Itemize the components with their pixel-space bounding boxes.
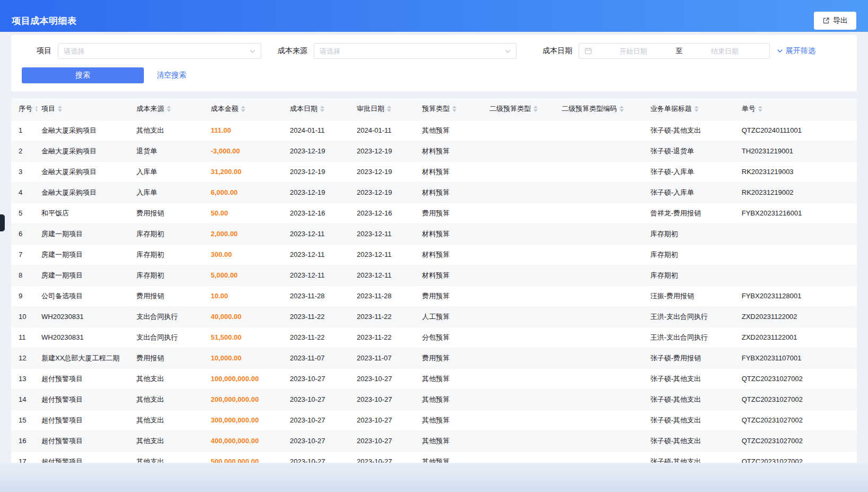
table-row[interactable]: 6房建一期项目库存期初2,000.002023-12-112023-12-11材…	[11, 223, 857, 244]
cell-approval_date: 2023-10-27	[353, 430, 418, 451]
column-label-source: 成本来源	[136, 104, 164, 114]
cell-project: 超付预警项目	[37, 410, 132, 430]
table-row[interactable]: 17超付预警项目其他支出500,000,000.002023-10-272023…	[11, 451, 857, 463]
cell-doc_no: FYBX20231107001	[737, 348, 857, 368]
cell-approval_date: 2023-10-27	[353, 389, 418, 410]
cell-sub_budget_type	[485, 141, 557, 161]
cell-doc_title: 王洪-支出合同执行	[646, 306, 737, 327]
column-header-approval_date[interactable]: 审批日期	[353, 98, 418, 120]
sort-icon[interactable]	[387, 106, 391, 112]
cell-cost_date: 2023-12-11	[286, 244, 353, 265]
search-button[interactable]: 搜索	[22, 67, 144, 83]
table-row[interactable]: 15超付预警项目其他支出300,000,000.002023-10-272023…	[11, 410, 857, 430]
start-date-input[interactable]	[594, 44, 673, 58]
cell-sub_budget_code	[557, 161, 646, 182]
cell-sub_budget_type	[485, 182, 557, 203]
column-header-cost_date[interactable]: 成本日期	[286, 98, 353, 120]
cell-source: 库存期初	[132, 244, 207, 265]
cell-budget_type: 人工预算	[418, 306, 485, 327]
table-row[interactable]: 14超付预警项目其他支出200,000,000.002023-10-272023…	[11, 389, 857, 410]
cell-sub_budget_type	[485, 161, 557, 182]
cell-doc_no	[737, 244, 857, 265]
column-header-no[interactable]: 序号	[11, 98, 37, 120]
sort-icon[interactable]	[534, 106, 538, 112]
table-row[interactable]: 4金融大厦采购项目入库单6,000.002023-12-192023-12-19…	[11, 182, 857, 203]
cell-amount: -3,000.00	[207, 141, 286, 161]
column-header-budget_type[interactable]: 预算类型	[418, 98, 485, 120]
sort-icon[interactable]	[620, 106, 624, 112]
column-header-amount[interactable]: 成本金额	[207, 98, 286, 120]
column-header-doc_no[interactable]: 单号	[737, 98, 857, 120]
table-row[interactable]: 2金融大厦采购项目退货单-3,000.002023-12-192023-12-1…	[11, 141, 857, 161]
expand-filter-label: 展开筛选	[786, 46, 815, 56]
cell-amount: 300,000,000.00	[207, 410, 286, 430]
project-select[interactable]	[58, 43, 261, 59]
cell-doc_no: QTZC20231027002	[737, 410, 857, 430]
cell-project: 金融大厦采购项目	[37, 161, 132, 182]
sort-icon[interactable]	[58, 106, 62, 112]
table-row[interactable]: 13超付预警项目其他支出100,000,000.002023-10-272023…	[11, 368, 857, 389]
sort-icon[interactable]	[241, 106, 245, 112]
cost-date-range-picker[interactable]: 至	[579, 43, 770, 59]
table-row[interactable]: 12新建XX总部大厦工程二期费用报销10,000.002023-11-07202…	[11, 348, 857, 368]
table-row[interactable]: 11WH20230831支出合同执行51,500.002023-11-22202…	[11, 327, 857, 348]
table-row[interactable]: 1金融大厦采购项目其他支出111.002024-01-112024-01-11其…	[11, 120, 857, 141]
cell-no: 14	[11, 389, 37, 410]
cell-doc_no: RK20231219003	[737, 161, 857, 182]
cost-source-select[interactable]	[314, 43, 517, 59]
expand-filter-link[interactable]: 展开筛选	[777, 46, 815, 56]
sort-icon[interactable]	[758, 106, 762, 112]
cell-budget_type: 其他预算	[418, 410, 485, 430]
sort-icon[interactable]	[694, 106, 699, 112]
side-drawer-handle[interactable]	[0, 214, 5, 231]
cell-doc_title: 库存期初	[646, 223, 737, 244]
cell-approval_date: 2024-01-11	[353, 120, 418, 141]
column-header-sub_budget_type[interactable]: 二级预算类型	[485, 98, 557, 120]
table-row[interactable]: 5和平饭店费用报销50.002023-12-162023-12-16费用预算曾祥…	[11, 203, 857, 223]
cell-doc_title: 张子硕-费用报销	[646, 348, 737, 368]
column-header-source[interactable]: 成本来源	[132, 98, 207, 120]
sort-icon[interactable]	[167, 106, 171, 112]
column-header-sub_budget_code[interactable]: 二级预算类型编码	[557, 98, 646, 120]
cell-budget_type: 费用预算	[418, 286, 485, 306]
cell-sub_budget_code	[557, 327, 646, 348]
cell-source: 其他支出	[132, 120, 207, 141]
end-date-input[interactable]	[686, 44, 764, 58]
column-header-project[interactable]: 项目	[37, 98, 132, 120]
cell-source: 库存期初	[132, 265, 207, 286]
cell-no: 13	[11, 368, 37, 389]
cell-amount: 6,000.00	[207, 182, 286, 203]
cell-budget_type: 费用预算	[418, 348, 485, 368]
column-header-doc_title[interactable]: 业务单据标题	[646, 98, 737, 120]
filter-actions-row: 搜索 清空搜索	[22, 67, 846, 83]
clear-search-link[interactable]: 清空搜索	[157, 71, 186, 80]
cell-no: 16	[11, 430, 37, 451]
export-icon	[822, 17, 830, 24]
cell-doc_no: QTZC20231027002	[737, 368, 857, 389]
sort-icon[interactable]	[452, 106, 457, 112]
cell-doc_no: QTZC20231027002	[737, 430, 857, 451]
cell-sub_budget_code	[557, 286, 646, 306]
table-row[interactable]: 7房建一期项目库存期初300.002023-12-112023-12-11材料预…	[11, 244, 857, 265]
cell-budget_type: 材料预算	[418, 161, 485, 182]
cell-no: 4	[11, 182, 37, 203]
table-row[interactable]: 9公司备选项目费用报销10.002023-11-282023-11-28费用预算…	[11, 286, 857, 306]
cell-cost_date: 2023-11-28	[286, 286, 353, 306]
table-row[interactable]: 16超付预警项目其他支出400,000,000.002023-10-272023…	[11, 430, 857, 451]
cost-source-select-input[interactable]	[314, 44, 505, 58]
table-row[interactable]: 8房建一期项目库存期初5,000.002023-12-112023-12-11材…	[11, 265, 857, 286]
project-select-input[interactable]	[58, 44, 250, 58]
cell-source: 其他支出	[132, 368, 207, 389]
sort-icon[interactable]	[35, 106, 37, 112]
export-button[interactable]: 导出	[814, 12, 856, 30]
cell-approval_date: 2023-11-28	[353, 286, 418, 306]
cell-doc_title: 张子硕-其他支出	[646, 410, 737, 430]
sort-icon[interactable]	[320, 106, 324, 112]
table-row[interactable]: 3金融大厦采购项目入库单31,200.002023-12-192023-12-1…	[11, 161, 857, 182]
cell-sub_budget_type	[485, 265, 557, 286]
table-row[interactable]: 10WH20230831支出合同执行40,000.002023-11-22202…	[11, 306, 857, 327]
cell-sub_budget_code	[557, 120, 646, 141]
cell-sub_budget_code	[557, 348, 646, 368]
cell-budget_type: 材料预算	[418, 141, 485, 161]
cell-project: 超付预警项目	[37, 451, 132, 463]
